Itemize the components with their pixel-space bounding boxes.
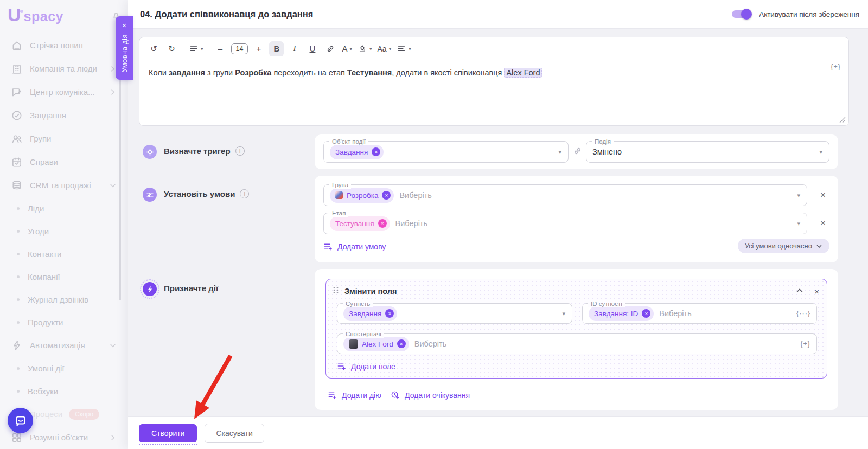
info-icon[interactable]: i — [235, 146, 245, 156]
activate-after-save-toggle[interactable] — [732, 10, 750, 18]
entity-select[interactable]: Сутність Завдання × ▾ — [337, 303, 572, 324]
sidebar-item-label: CRM та продажі — [30, 181, 91, 190]
remove-action-icon[interactable]: × — [814, 287, 819, 296]
uspacy-logo[interactable]: U spacy — [8, 7, 63, 24]
check-icon — [11, 110, 23, 121]
increase-font-button[interactable]: + — [251, 41, 266, 56]
group-chip: Розробка × — [330, 188, 394, 203]
text-case-select[interactable]: Aa ▾ — [378, 44, 392, 53]
redo-icon[interactable]: ↻ — [164, 41, 179, 56]
sidebar-item-groups[interactable]: Групи — [0, 127, 128, 150]
italic-button[interactable]: I — [287, 41, 302, 56]
sidebar-item-communication-center[interactable]: Центр комуніка... — [0, 80, 128, 104]
trigger-step-label: Визначте тригерi — [164, 146, 245, 156]
bullet-icon — [17, 390, 20, 393]
sidebar-item-products[interactable]: Продукти — [0, 311, 128, 333]
toggle-label: Активувати після збереження — [759, 10, 859, 18]
close-drawer-icon[interactable]: × — [122, 21, 126, 30]
sidebar-item-call-log[interactable]: Журнал дзвінків — [0, 288, 128, 311]
building-icon — [11, 63, 23, 75]
chat-launcher-button[interactable] — [8, 408, 33, 433]
bullet-icon — [17, 230, 20, 233]
sidebar-item-leads[interactable]: Ліди — [0, 197, 128, 220]
chevron-down-icon: ▾ — [558, 149, 561, 156]
remove-stage-condition-icon[interactable]: × — [817, 217, 829, 229]
underline-button[interactable]: U — [305, 41, 320, 56]
sidebar-item-label: Компанії — [28, 272, 60, 281]
add-condition-button[interactable]: Додати умову — [323, 242, 386, 251]
watchers-select[interactable]: Спостерігачі Alex Ford × Виберіть {+} — [337, 333, 817, 354]
collapse-card-icon[interactable] — [796, 287, 803, 296]
sidebar-item-contacts[interactable]: Контакти — [0, 242, 128, 265]
change-fields-action-card: Змінити поля × Сутність Завдання × ▾ — [326, 279, 827, 379]
sidebar-item-label: Центр комуніка... — [30, 87, 95, 97]
feed-icon — [11, 40, 23, 52]
bold-button[interactable]: B — [269, 41, 284, 56]
sidebar-item-companies[interactable]: Компанії — [0, 265, 128, 288]
remove-chip-icon[interactable]: × — [372, 147, 380, 156]
remove-chip-icon[interactable]: × — [397, 339, 406, 348]
actions-step-icon — [143, 282, 157, 296]
align-select[interactable]: ▾ — [397, 44, 411, 54]
sidebar-item-label: Умовні дії — [28, 364, 65, 373]
conditions-panel: Група Розробка × Виберіть ▾ × Етап Тесту… — [315, 176, 838, 262]
stage-condition-select[interactable]: Етап Тестування × Виберіть ▾ — [323, 213, 807, 234]
bullet-icon — [17, 367, 20, 370]
variable-token-button[interactable]: {+} — [800, 340, 810, 348]
sidebar-item-deals[interactable]: Угоди — [0, 220, 128, 242]
text-color-select[interactable]: A ▾ — [342, 44, 352, 53]
line-spacing-select[interactable]: ▾ — [189, 44, 203, 54]
sidebar-item-news-feed[interactable]: Стрічка новин — [0, 34, 128, 57]
remove-chip-icon[interactable]: × — [382, 191, 391, 200]
trigger-panel: Об'єкт події Завдання × ▾ Подія Змінено … — [315, 134, 838, 169]
bullet-icon — [17, 207, 20, 210]
font-size-value[interactable]: 14 — [231, 43, 248, 54]
undo-icon[interactable]: ↺ — [146, 41, 161, 56]
entity-id-select[interactable]: ID сутності Завдання: ID × Виберіть {···… — [582, 303, 817, 324]
sidebar-item-conditional-actions[interactable]: Умовні дії — [0, 357, 128, 380]
editor-body[interactable]: Коли завдання з групи Розробка переходит… — [139, 60, 848, 125]
conditional-action-tab[interactable]: × Умовна дія — [116, 16, 133, 80]
insert-variable-button[interactable]: {+} — [831, 63, 841, 70]
sidebar-item-label: Компанія та люди — [30, 64, 97, 73]
highlight-color-select[interactable]: ▾ — [358, 44, 372, 54]
entity-id-chip: Завдання: ID × — [589, 306, 654, 321]
create-button[interactable]: Створити — [139, 424, 197, 442]
sidebar-item-label: Угоди — [28, 227, 49, 236]
sidebar-item-label: Автоматизація — [30, 341, 85, 350]
user-mention-token[interactable]: Alex Ford — [504, 68, 542, 78]
list-plus-icon — [323, 242, 333, 251]
link-button[interactable] — [323, 41, 337, 56]
sidebar-item-crm-sales[interactable]: CRM та продажі — [0, 174, 128, 197]
add-field-button[interactable]: Додати поле — [337, 362, 395, 371]
add-action-button[interactable]: Додати дію — [328, 390, 381, 400]
remove-chip-icon[interactable]: × — [385, 309, 394, 318]
add-wait-button[interactable]: Додати очікування — [391, 390, 470, 400]
info-icon[interactable]: i — [240, 189, 249, 198]
resize-handle[interactable] — [839, 117, 846, 123]
logo-u-mark: U — [8, 7, 21, 23]
sidebar-item-label: Групи — [30, 134, 51, 143]
conditions-mode-select[interactable]: Усі умови одночасно — [738, 239, 829, 253]
bullet-icon — [17, 321, 20, 324]
conditions-step-icon — [143, 188, 157, 202]
automation-rule-drawer: 04. Додати співвиконавця до завдання Акт… — [128, 0, 868, 449]
cancel-button[interactable]: Скасувати — [205, 424, 264, 443]
event-select[interactable]: Подія Змінено ▾ — [586, 141, 829, 163]
sidebar-item-activities[interactable]: Справи — [0, 150, 128, 174]
drag-handle-icon[interactable] — [333, 286, 339, 296]
variable-token-button[interactable]: {···} — [796, 310, 810, 317]
sidebar-item-tasks[interactable]: Завдання — [0, 104, 128, 127]
group-condition-select[interactable]: Група Розробка × Виберіть ▾ — [323, 184, 807, 206]
remove-group-condition-icon[interactable]: × — [817, 189, 829, 201]
decrease-font-button[interactable]: – — [213, 41, 228, 56]
sidebar-item-webhooks[interactable]: Вебхуки — [0, 380, 128, 402]
bolt-icon — [11, 339, 23, 351]
sidebar-item-company-people[interactable]: Компанія та люди — [0, 57, 128, 80]
remove-chip-icon[interactable]: × — [642, 309, 650, 318]
sidebar-item-automation[interactable]: Автоматизація — [0, 333, 128, 357]
clock-plus-icon — [391, 390, 400, 400]
remove-chip-icon[interactable]: × — [378, 219, 387, 228]
sidebar-item-label: Справи — [30, 157, 58, 166]
event-object-select[interactable]: Об'єкт події Завдання × ▾ — [323, 141, 569, 163]
